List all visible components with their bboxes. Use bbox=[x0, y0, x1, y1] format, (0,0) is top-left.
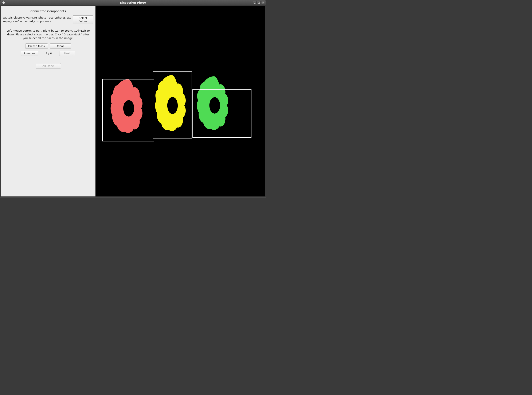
previous-button[interactable]: Previous bbox=[21, 51, 38, 56]
client-area: Connected Components /autofs/cluster/viv… bbox=[1, 6, 265, 197]
clear-button[interactable]: Clear bbox=[50, 44, 71, 49]
window-title: Dissection Photo bbox=[0, 1, 266, 4]
done-row: All Done bbox=[36, 63, 61, 68]
close-button[interactable] bbox=[261, 1, 265, 5]
svg-rect-1 bbox=[258, 2, 260, 4]
component-red[interactable] bbox=[109, 77, 147, 135]
nav-row: Previous 2 / 6 Next bbox=[21, 51, 75, 56]
create-mask-button[interactable]: Create Mask bbox=[25, 44, 48, 49]
titlebar[interactable]: Dissection Photo bbox=[0, 0, 266, 5]
action-row: Create Mask Clear bbox=[25, 44, 71, 49]
page-indicator: 2 / 6 bbox=[44, 52, 53, 55]
all-done-button[interactable]: All Done bbox=[36, 63, 61, 68]
control-panel: Connected Components /autofs/cluster/viv… bbox=[1, 6, 95, 197]
component-green[interactable] bbox=[195, 74, 233, 132]
select-folder-button[interactable]: Select Folder bbox=[73, 15, 93, 24]
folder-path: /autofs/cluster/vive/MGH_photo_recon/pho… bbox=[3, 16, 73, 23]
svg-rect-0 bbox=[254, 3, 255, 4]
component-yellow[interactable] bbox=[153, 73, 190, 133]
app-window: Dissection Photo Connected Components /a… bbox=[0, 0, 266, 198]
window-buttons bbox=[253, 1, 265, 5]
folder-row: /autofs/cluster/vive/MGH_photo_recon/pho… bbox=[3, 15, 93, 24]
image-viewer[interactable] bbox=[95, 6, 265, 197]
instructions-text: Left mouse button to pan, Right button t… bbox=[5, 29, 92, 40]
app-icon bbox=[2, 1, 5, 5]
maximize-button[interactable] bbox=[257, 1, 261, 5]
next-button[interactable]: Next bbox=[59, 51, 75, 56]
section-title: Connected Components bbox=[30, 10, 66, 13]
minimize-button[interactable] bbox=[253, 1, 257, 5]
